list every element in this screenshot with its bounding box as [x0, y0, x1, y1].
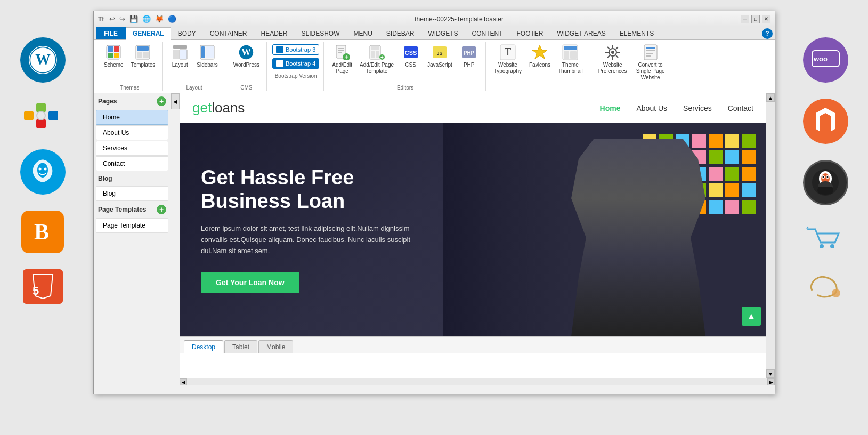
layout-label: Layout: [172, 62, 188, 68]
magento-logo[interactable]: [803, 99, 848, 144]
templates-icon: [134, 44, 151, 61]
mobile-tab[interactable]: Mobile: [258, 340, 293, 353]
sidebar-item-services[interactable]: Services: [96, 141, 168, 156]
wordpress-ribbon-label: WordPress: [233, 62, 259, 68]
vertical-scrollbar[interactable]: ▲ ▼: [766, 93, 775, 378]
desktop-tab[interactable]: Desktop: [184, 340, 223, 353]
tab-sidebar[interactable]: SIDEBAR: [379, 27, 421, 39]
oscommerce-logo[interactable]: [803, 272, 848, 301]
woocommerce-logo[interactable]: woo: [803, 37, 848, 83]
ribbon-content: Scheme Templates Themes: [94, 40, 775, 93]
sidebar-item-page-template[interactable]: Page Template: [96, 218, 168, 233]
collapse-sidebar-button[interactable]: ◀: [171, 93, 180, 109]
nav-link-about[interactable]: About Us: [636, 104, 667, 112]
tab-footer[interactable]: FOOTER: [510, 27, 550, 39]
svg-rect-32: [137, 46, 149, 51]
sidebar-item-contact[interactable]: Contact: [96, 156, 168, 171]
save-icon[interactable]: 💾: [129, 15, 138, 23]
close-button[interactable]: ✕: [762, 15, 770, 23]
theme-thumbnail-label: ThemeThumbnail: [558, 62, 583, 75]
nav-link-home[interactable]: Home: [600, 104, 621, 112]
nav-link-contact[interactable]: Contact: [728, 104, 753, 112]
tab-body[interactable]: BODY: [171, 27, 203, 39]
sidebars-button[interactable]: Sidebars: [194, 42, 220, 70]
opencart-logo[interactable]: [803, 221, 848, 256]
sticky-note: [692, 134, 706, 148]
horizontal-scrollbar[interactable]: ◀ ▶: [180, 378, 775, 385]
scroll-left-button[interactable]: ◀: [180, 378, 187, 386]
get-loan-button[interactable]: Get Your Loan Now: [201, 272, 299, 293]
templates-button[interactable]: Templates: [128, 42, 158, 70]
minimize-button[interactable]: ─: [741, 15, 749, 23]
bootstrap3-button[interactable]: Bootstrap 3: [272, 44, 319, 55]
joomla-logo[interactable]: [20, 99, 66, 133]
bootstrap4-button[interactable]: Bootstrap 4: [272, 58, 319, 69]
svg-rect-35: [173, 45, 187, 49]
templates-label: Templates: [131, 62, 156, 68]
add-edit-template-button[interactable]: + Add/Edit PageTemplate: [357, 42, 396, 76]
tablet-tab[interactable]: Tablet: [224, 340, 257, 353]
html5-logo[interactable]: 5: [23, 269, 63, 304]
sidebar-item-blog[interactable]: Blog: [96, 186, 168, 201]
page-templates-label: Page Templates: [98, 206, 146, 213]
svg-rect-28: [114, 46, 119, 52]
svg-line-75: [607, 47, 610, 49]
scheme-button[interactable]: Scheme: [101, 42, 126, 70]
tab-content[interactable]: CONTENT: [465, 27, 510, 39]
h-scroll-track[interactable]: [187, 378, 767, 385]
wordpress-logo[interactable]: W: [20, 37, 66, 83]
ribbon-group-bootstrap: Bootstrap 3 Bootstrap 4 Bootstrap Versio…: [268, 42, 324, 91]
css-button[interactable]: CSS CSS: [399, 42, 423, 70]
tab-elements[interactable]: ELEMENTS: [613, 27, 661, 39]
scroll-track[interactable]: [766, 102, 775, 369]
help-button[interactable]: ?: [762, 28, 773, 39]
svg-rect-52: [371, 51, 375, 58]
undo-icon[interactable]: ↩: [109, 15, 115, 23]
wordpress-button[interactable]: W WordPress: [231, 42, 262, 70]
theme-thumbnail-button[interactable]: ThemeThumbnail: [555, 42, 586, 76]
puffin-logo[interactable]: [803, 160, 848, 205]
svg-point-25: [832, 289, 840, 297]
add-page-template-button[interactable]: +: [157, 205, 166, 214]
nav-link-services[interactable]: Services: [683, 104, 712, 112]
convert-single-page-button[interactable]: Convert to Single Page Website: [632, 42, 669, 83]
hero-content: Get Hassle Free Business Loan Lorem ipsu…: [180, 166, 457, 293]
add-edit-page-button[interactable]: + Add/EditPage: [329, 42, 355, 76]
javascript-button[interactable]: JS JavaScript: [425, 42, 455, 70]
layout-button[interactable]: Layout: [168, 42, 192, 70]
globe-icon[interactable]: 🌐: [142, 15, 151, 23]
website-preferences-button[interactable]: WebsitePreferences: [596, 42, 630, 76]
drupal-logo[interactable]: [20, 149, 66, 195]
tab-widgets[interactable]: WIDGETS: [421, 27, 465, 39]
wp-small-icon[interactable]: 🔵: [168, 15, 176, 23]
sidebar-item-home[interactable]: Home: [96, 110, 168, 125]
svg-text:+: +: [380, 54, 384, 60]
tab-container[interactable]: CONTAINER: [203, 27, 254, 39]
scroll-up-button[interactable]: ▲: [766, 93, 775, 102]
firefox-icon[interactable]: 🦊: [155, 15, 164, 23]
tab-file[interactable]: FILE: [96, 27, 126, 39]
maximize-button[interactable]: □: [751, 15, 760, 23]
favicons-button[interactable]: Favicons: [526, 42, 553, 70]
scroll-right-button[interactable]: ▶: [767, 378, 775, 386]
add-page-button[interactable]: +: [157, 96, 166, 106]
website-preferences-icon: [604, 44, 621, 61]
tab-general[interactable]: GENERAL: [126, 27, 171, 40]
redo-icon[interactable]: ↪: [119, 15, 125, 23]
sidebar-item-about[interactable]: About Us: [96, 125, 168, 140]
tab-widget-areas[interactable]: WIDGET AREAS: [550, 27, 613, 39]
scroll-to-top-button[interactable]: ▲: [742, 307, 761, 326]
window-title: theme--00225-TemplateToaster: [177, 15, 741, 23]
bootstrap-versions: Bootstrap 3 Bootstrap 4: [272, 42, 319, 71]
scroll-down-button[interactable]: ▼: [766, 369, 775, 378]
php-button[interactable]: PHP PHP: [457, 42, 481, 70]
website-typography-button[interactable]: T WebsiteTypography: [491, 42, 524, 76]
left-side-logos: W B 5: [0, 27, 85, 315]
ribbon-group-layout: Layout Sidebars Layout: [164, 42, 225, 91]
tab-slideshow[interactable]: SLIDESHOW: [294, 27, 346, 39]
blogger-logo[interactable]: B: [21, 211, 64, 253]
hero-bg: [443, 123, 766, 336]
tab-header[interactable]: HEADER: [254, 27, 294, 39]
right-side-logos: woo: [783, 27, 868, 312]
tab-menu[interactable]: MENU: [347, 27, 379, 39]
